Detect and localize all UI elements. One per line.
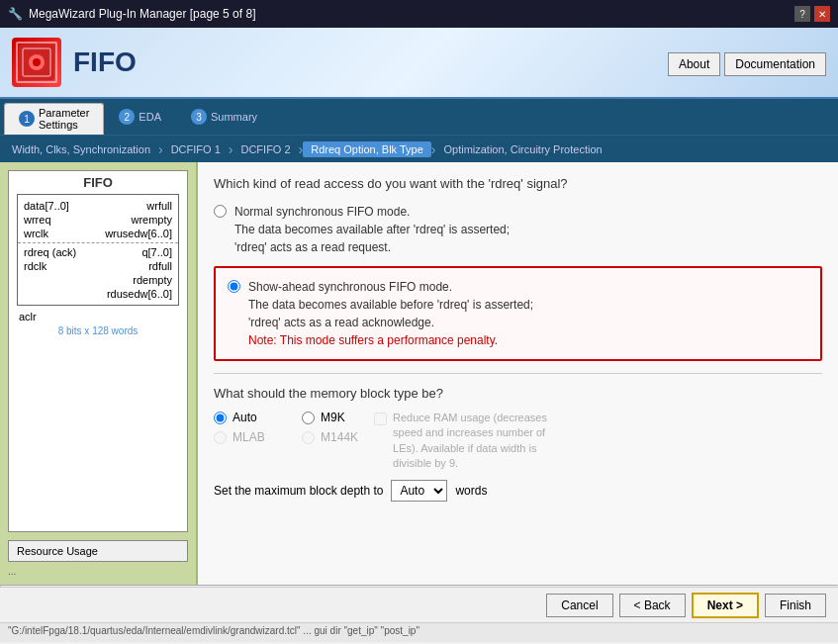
- breadcrumb: Width, Clks, Synchronization › DCFIFO 1 …: [0, 135, 838, 162]
- port-rdusedw: rdusedw[6..0]: [18, 287, 178, 301]
- option-m9k-radio[interactable]: [302, 412, 315, 424]
- option1-label: Normal synchronous FIFO mode. The data b…: [234, 203, 510, 256]
- svg-point-2: [29, 54, 45, 70]
- port-rdreq-q: rdreq (ack) q[7..0]: [18, 245, 178, 259]
- port-rdreq: rdreq (ack): [24, 246, 76, 258]
- right-panel: Which kind of read access do you want wi…: [198, 162, 838, 585]
- resource-note: ...: [8, 566, 188, 577]
- port-aclr: aclr: [19, 311, 37, 322]
- port-rdclk-rdfull: rdclk rdfull: [18, 259, 178, 273]
- memory-radio-grid: Auto M9K MLAB M144K: [214, 411, 358, 444]
- header-buttons: About Documentation: [668, 48, 826, 76]
- documentation-button[interactable]: Documentation: [724, 52, 826, 76]
- fifo-divider: [18, 242, 178, 243]
- port-data-wrfull: data[7..0] wrfull: [18, 199, 178, 213]
- option-m9k-row: M9K: [302, 411, 358, 424]
- finish-button[interactable]: Finish: [765, 594, 826, 617]
- port-wrusedw: wrusedw[6..0]: [105, 228, 172, 239]
- option-mlab-label: MLAB: [233, 430, 265, 444]
- tab-label-2: EDA: [139, 111, 161, 123]
- port-wrreq-wrempty: wrreq wrempty: [18, 213, 178, 227]
- header: FIFO About Documentation: [0, 28, 838, 99]
- svg-rect-0: [19, 45, 54, 80]
- fifo-diagram: FIFO data[7..0] wrfull wrreq wrempty wrc…: [8, 170, 188, 532]
- option2-label: Show-ahead synchronous FIFO mode. The da…: [248, 278, 533, 349]
- close-button[interactable]: ✕: [814, 6, 830, 22]
- option1-container: Normal synchronous FIFO mode. The data b…: [214, 203, 822, 256]
- port-rdusedw: rdusedw[6..0]: [107, 288, 172, 300]
- bc-item-rdreq[interactable]: Rdreq Option, Blk Type: [303, 141, 431, 157]
- app-logo: [12, 38, 61, 87]
- reduce-ram-checkbox[interactable]: [374, 413, 387, 425]
- section-divider: [214, 373, 822, 374]
- port-data: data[7..0]: [24, 200, 69, 212]
- option-m144k-label: M144K: [321, 430, 358, 444]
- max-depth-label: Set the maximum block depth to: [214, 484, 383, 498]
- fifo-note: 8 bits x 128 words: [13, 325, 183, 336]
- option-mlab-row: MLAB: [214, 430, 270, 444]
- option-mlab-radio[interactable]: [214, 431, 227, 444]
- svg-point-3: [33, 58, 41, 66]
- status-text: "G:/intelFpga/18.1/quartus/eda/Interneal…: [8, 625, 419, 636]
- option2-container: Show-ahead synchronous FIFO mode. The da…: [228, 278, 808, 349]
- max-depth-row: Set the maximum block depth to Auto 32 6…: [214, 480, 822, 502]
- question2-title: What should the memory block type be?: [214, 386, 822, 401]
- bc-label-dcfifo1: DCFIFO 1: [171, 143, 221, 155]
- option-m144k-radio[interactable]: [302, 431, 315, 444]
- tab-summary[interactable]: 3 Summary: [176, 99, 272, 135]
- header-left: FIFO: [12, 38, 137, 87]
- bc-label-rdreq: Rdreq Option, Blk Type: [311, 143, 423, 155]
- port-q: q[7..0]: [141, 246, 172, 258]
- port-wrclk-wrusedw: wrclk wrusedw[6..0]: [18, 227, 178, 240]
- app-title: FIFO: [73, 46, 137, 78]
- title-bar-controls: ? ✕: [794, 6, 830, 22]
- tab-label-1: ParameterSettings: [39, 107, 89, 131]
- option1-radio[interactable]: [214, 205, 227, 218]
- tabs-bar: 1 ParameterSettings 2 EDA 3 Summary: [0, 99, 838, 135]
- bc-item-dcfifo2[interactable]: DCFIFO 2: [233, 141, 298, 157]
- port-rdclk: rdclk: [24, 260, 47, 272]
- bc-item-dcfifo1[interactable]: DCFIFO 1: [163, 141, 229, 157]
- next-button[interactable]: Next >: [692, 593, 759, 618]
- port-rdempty: rdempty: [18, 273, 178, 287]
- tab-num-2: 2: [119, 109, 135, 125]
- port-rdfull: rdfull: [148, 260, 172, 272]
- bc-label-dcfifo2: DCFIFO 2: [240, 143, 290, 155]
- tab-parameter-settings[interactable]: 1 ParameterSettings: [4, 103, 104, 135]
- side-note: Reduce RAM usage (decreases speed and in…: [393, 411, 571, 472]
- bc-item-opt[interactable]: Optimization, Circuitry Protection: [435, 141, 609, 157]
- svg-rect-1: [23, 48, 50, 76]
- resource-usage-button[interactable]: Resource Usage: [8, 540, 188, 562]
- title-icon: 🔧: [8, 7, 23, 21]
- window-title: MegaWizard Plug-In Manager [page 5 of 8]: [29, 7, 255, 21]
- tab-num-3: 3: [191, 109, 207, 125]
- tab-num-1: 1: [19, 111, 35, 127]
- option-m9k-label: M9K: [321, 411, 345, 424]
- cancel-button[interactable]: Cancel: [546, 594, 612, 617]
- side-note-container: Reduce RAM usage (decreases speed and in…: [374, 411, 571, 472]
- help-button[interactable]: ?: [794, 6, 810, 22]
- title-bar-left: 🔧 MegaWizard Plug-In Manager [page 5 of …: [8, 7, 255, 21]
- bc-item-width[interactable]: Width, Clks, Synchronization: [4, 141, 158, 157]
- aclr-row: aclr: [13, 310, 183, 323]
- depth-select[interactable]: Auto 32 64 128 256 512 1024 2048 4096: [391, 480, 447, 502]
- memory-options-row: Auto M9K MLAB M144K Reduce RAM usage (de…: [214, 411, 822, 472]
- left-panel: FIFO data[7..0] wrfull wrreq wrempty wrc…: [0, 162, 198, 585]
- option-auto-label: Auto: [233, 411, 257, 424]
- back-button[interactable]: < Back: [619, 594, 686, 617]
- port-wrfull: wrfull: [146, 200, 172, 212]
- bottom-bar: Cancel < Back Next > Finish: [0, 587, 838, 622]
- fifo-diagram-title: FIFO: [13, 175, 183, 190]
- port-wrclk: wrclk: [24, 228, 48, 239]
- option2-radio[interactable]: [228, 280, 240, 293]
- title-bar: 🔧 MegaWizard Plug-In Manager [page 5 of …: [0, 0, 838, 28]
- option2-box: Show-ahead synchronous FIFO mode. The da…: [214, 266, 822, 361]
- option-auto-radio[interactable]: [214, 412, 227, 424]
- bc-label-width: Width, Clks, Synchronization: [12, 143, 150, 155]
- option2-note: Note: This mode suffers a performance pe…: [248, 333, 498, 347]
- port-wrreq: wrreq: [24, 214, 51, 226]
- question1-title: Which kind of read access do you want wi…: [214, 176, 822, 191]
- about-button[interactable]: About: [668, 52, 720, 76]
- port-rdempty: rdempty: [133, 274, 172, 286]
- tab-eda[interactable]: 2 EDA: [104, 99, 176, 135]
